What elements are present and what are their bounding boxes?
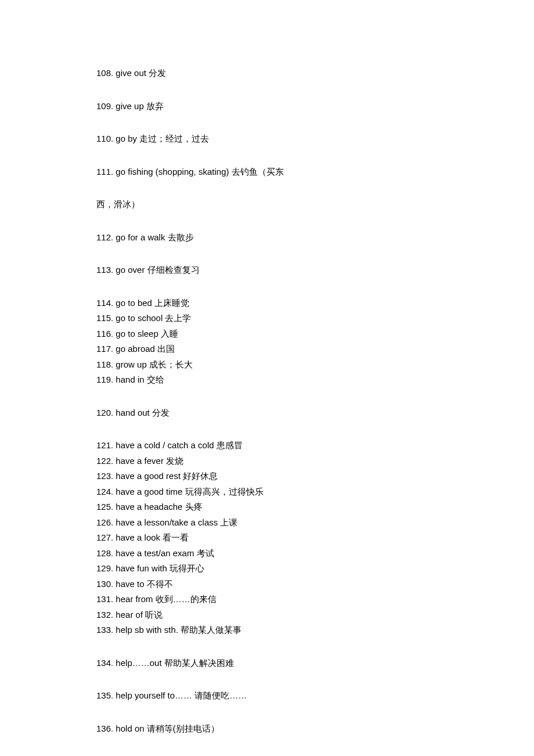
- vocab-entry: 111. go fishing (shopping, skating) 去钓鱼（…: [96, 164, 534, 180]
- vocab-entry: 114. go to bed 上床睡觉: [96, 296, 534, 311]
- vocab-entry: 110. go by 走过；经过，过去: [96, 131, 534, 147]
- vocab-entry: 115. go to school 去上学: [96, 311, 534, 326]
- vocab-entry: 117. go abroad 出国: [96, 341, 534, 357]
- vocab-entry: 130. have to 不得不: [96, 577, 534, 592]
- vocab-entry: 108. give out 分发: [96, 66, 534, 81]
- vocab-entry: 131. hear from 收到……的来信: [96, 592, 534, 607]
- vocab-entry: 126. have a lesson/take a class 上课: [96, 515, 534, 531]
- vocab-entry-continuation: 西，滑冰）: [96, 197, 534, 213]
- vocab-entry: 134. help……out 帮助某人解决困难: [96, 656, 534, 671]
- vocab-entry: 136. hold on 请稍等(别挂电话）: [96, 721, 534, 737]
- vocab-entry: 135. help yourself to…… 请随便吃……: [96, 688, 534, 704]
- vocab-entry: 119. hand in 交给: [96, 372, 534, 388]
- vocab-entry: 127. have a look 看一看: [96, 530, 534, 546]
- vocab-entry: 133. help sb with sth. 帮助某人做某事: [96, 622, 534, 638]
- vocab-entry: 120. hand out 分发: [96, 405, 534, 421]
- vocab-entry: 124. have a good time 玩得高兴，过得快乐: [96, 484, 534, 500]
- vocab-entry: 118. grow up 成长；长大: [96, 357, 534, 373]
- vocab-entry: 121. have a cold / catch a cold 患感冒: [96, 438, 534, 453]
- vocabulary-list: 108. give out 分发109. give up 放弃110. go b…: [96, 66, 534, 736]
- vocab-entry: 116. go to sleep 入睡: [96, 326, 534, 342]
- vocab-entry: 132. hear of 听说: [96, 607, 534, 623]
- vocab-entry: 123. have a good rest 好好休息: [96, 469, 534, 484]
- vocab-entry: 129. have fun with 玩得开心: [96, 561, 534, 577]
- vocab-entry: 113. go over 仔细检查复习: [96, 262, 534, 278]
- vocab-entry: 128. have a test/an exam 考试: [96, 546, 534, 561]
- vocab-entry: 122. have a fever 发烧: [96, 453, 534, 469]
- vocab-entry: 125. have a headache 头疼: [96, 499, 534, 515]
- vocab-entry: 112. go for a walk 去散步: [96, 230, 534, 246]
- vocab-entry: 109. give up 放弃: [96, 99, 534, 114]
